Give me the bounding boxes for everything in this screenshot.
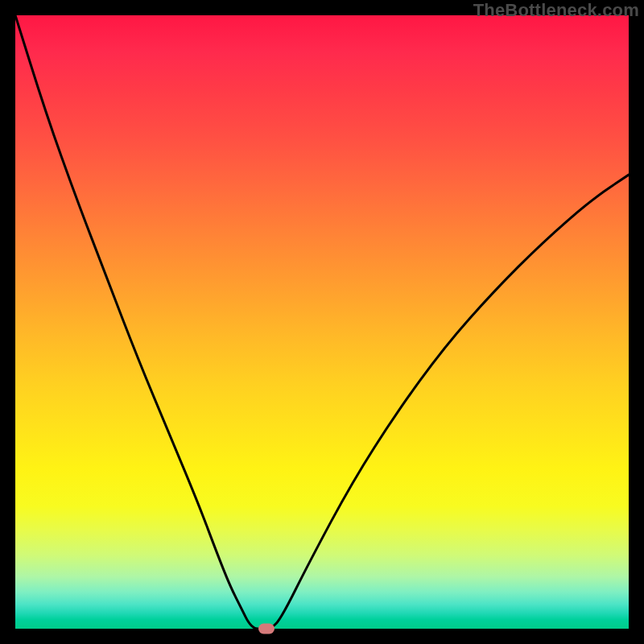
- chart-frame: TheBottleneck.com: [0, 0, 644, 644]
- bottleneck-curve: [15, 15, 629, 629]
- attribution-label: TheBottleneck.com: [473, 0, 639, 21]
- chart-plot-area: [15, 15, 629, 629]
- optimal-point-marker: [258, 624, 275, 634]
